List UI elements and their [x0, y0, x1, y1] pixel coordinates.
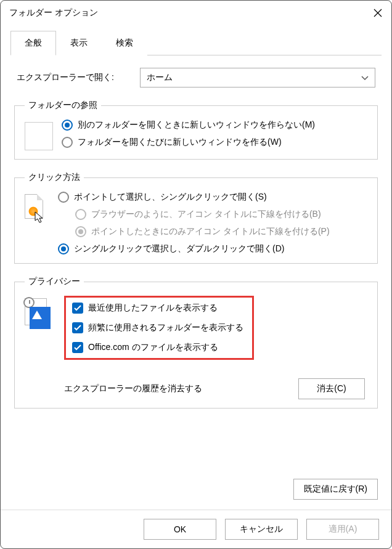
show-recent-label: 最近使用したファイルを表示する	[88, 303, 218, 314]
underline-browser-label: ブラウザーのように、アイコン タイトルに下線を付ける(B)	[91, 209, 321, 220]
privacy-icon	[25, 298, 55, 329]
click-legend: クリック方法	[25, 172, 84, 183]
tab-bar: 全般 表示 検索	[10, 30, 382, 55]
single-click-radio[interactable]: ポイントして選択し、シングルクリックで開く(S)	[58, 192, 367, 203]
clear-history-row: エクスプローラーの履歴を消去する 消去(C)	[64, 378, 367, 399]
underline-point-radio: ポイントしたときにのみアイコン タイトルに下線を付ける(P)	[75, 226, 367, 237]
show-recent-checkbox[interactable]: 最近使用したファイルを表示する	[72, 303, 246, 314]
dialog-footer: OK キャンセル 適用(A)	[1, 510, 391, 548]
underline-point-label: ポイントしたときにのみアイコン タイトルに下線を付ける(P)	[91, 226, 330, 237]
open-with-row: エクスプローラーで開く: ホーム	[17, 68, 375, 87]
open-with-label: エクスプローラーで開く:	[17, 72, 128, 83]
svg-marker-2	[35, 212, 43, 222]
clear-history-label: エクスプローラーの履歴を消去する	[64, 383, 202, 394]
radio-icon	[75, 209, 86, 220]
privacy-group: プライバシー 最近使用したファイルを表示する 頻繁	[14, 276, 378, 409]
restore-defaults-button[interactable]: 既定値に戻す(R)	[293, 479, 378, 500]
titlebar: フォルダー オプション	[1, 1, 391, 25]
ok-button[interactable]: OK	[144, 519, 216, 540]
browse-new-window-radio[interactable]: フォルダーを開くたびに新しいウィンドウを作る(W)	[62, 137, 367, 148]
folder-icon	[25, 122, 53, 150]
browse-folders-group: フォルダーの参照 別のフォルダーを開くときに新しいウィンドウを作らない(M) フ…	[14, 100, 378, 160]
show-frequent-label: 頻繁に使用されるフォルダーを表示する	[88, 322, 243, 333]
checkbox-icon	[72, 342, 83, 353]
close-button[interactable]	[373, 8, 383, 18]
show-office-checkbox[interactable]: Office.com のファイルを表示する	[72, 342, 246, 353]
folder-options-dialog: フォルダー オプション 全般 表示 検索 エクスプローラーで開く: ホーム フォ…	[0, 0, 392, 549]
cancel-button[interactable]: キャンセル	[225, 519, 298, 540]
privacy-legend: プライバシー	[25, 276, 84, 287]
open-with-combobox[interactable]: ホーム	[140, 68, 375, 87]
apply-button: 適用(A)	[306, 519, 379, 540]
checkbox-icon	[72, 303, 83, 314]
tab-view[interactable]: 表示	[56, 31, 102, 55]
click-method-group: クリック方法 ポイントして選択し、シングルクリックで開く(S) ブラウザーのよう…	[14, 172, 378, 264]
highlight-box: 最近使用したファイルを表示する 頻繁に使用されるフォルダーを表示する Offic…	[64, 296, 254, 360]
show-frequent-checkbox[interactable]: 頻繁に使用されるフォルダーを表示する	[72, 322, 246, 333]
radio-icon	[58, 243, 69, 254]
browse-same-label: 別のフォルダーを開くときに新しいウィンドウを作らない(M)	[78, 120, 315, 131]
browse-legend: フォルダーの参照	[25, 100, 101, 111]
tab-search[interactable]: 検索	[102, 31, 147, 55]
window-title: フォルダー オプション	[9, 7, 98, 18]
show-office-label: Office.com のファイルを表示する	[88, 342, 218, 353]
chevron-down-icon	[361, 73, 369, 83]
open-with-value: ホーム	[147, 72, 173, 83]
tab-general[interactable]: 全般	[10, 31, 56, 55]
browse-new-label: フォルダーを開くたびに新しいウィンドウを作る(W)	[78, 137, 282, 148]
clear-button[interactable]: 消去(C)	[298, 378, 365, 399]
underline-browser-radio: ブラウザーのように、アイコン タイトルに下線を付ける(B)	[75, 209, 367, 220]
double-click-radio[interactable]: シングルクリックで選択し、ダブルクリックで開く(D)	[58, 243, 367, 254]
radio-icon	[62, 120, 73, 131]
checkbox-icon	[72, 322, 83, 333]
browse-same-window-radio[interactable]: 別のフォルダーを開くときに新しいウィンドウを作らない(M)	[62, 120, 367, 131]
cursor-icon	[25, 194, 49, 225]
radio-icon	[62, 137, 73, 148]
content-area: 全般 表示 検索 エクスプローラーで開く: ホーム フォルダーの参照 別のフォル…	[1, 25, 391, 510]
restore-row: 既定値に戻す(R)	[14, 479, 378, 500]
single-click-label: ポイントして選択し、シングルクリックで開く(S)	[74, 192, 267, 203]
double-click-label: シングルクリックで選択し、ダブルクリックで開く(D)	[74, 243, 284, 254]
radio-icon	[75, 226, 86, 237]
radio-icon	[58, 192, 69, 203]
